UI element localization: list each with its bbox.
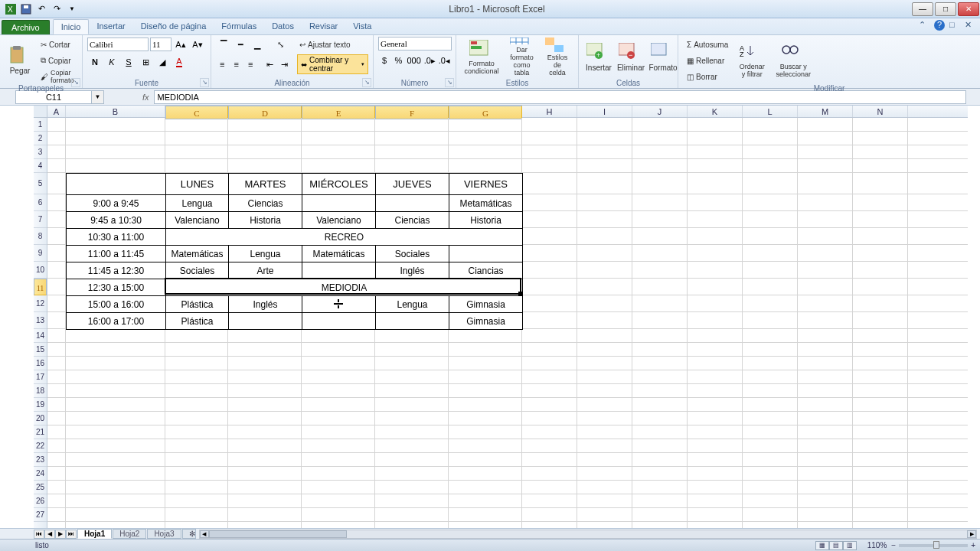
schedule-header[interactable]: MIÉRCOLES xyxy=(302,174,376,195)
font-family-select[interactable] xyxy=(87,37,149,51)
insert-cells-button[interactable]: +Insertar xyxy=(583,37,614,78)
schedule-cell[interactable]: Ciancias xyxy=(449,262,523,279)
merge-center-button[interactable]: ⬌Combinar y centrar▾ xyxy=(297,54,368,74)
column-headers[interactable]: ABCDEFGHIJKLMN xyxy=(47,106,968,118)
row-headers[interactable]: 1234567891011121314151617181920212223242… xyxy=(34,118,47,528)
tab-diseño-de-página[interactable]: Diseño de página xyxy=(133,19,214,34)
row-header-27[interactable]: 27 xyxy=(34,508,47,522)
sheet-nav-next[interactable]: ▶ xyxy=(55,530,66,539)
schedule-cell[interactable]: Sociales xyxy=(376,246,449,262)
format-cells-button[interactable]: Formato xyxy=(648,37,678,78)
name-box-dropdown[interactable]: ▼ xyxy=(92,90,104,104)
comma-button[interactable]: 000 xyxy=(407,53,422,68)
autosum-button[interactable]: ΣAutosuma xyxy=(683,37,732,52)
schedule-cell[interactable] xyxy=(229,313,302,330)
new-sheet-button[interactable]: ✻ xyxy=(182,529,196,539)
tab-insertar[interactable]: Insertar xyxy=(89,19,132,34)
increase-decimal-button[interactable]: .0▸ xyxy=(423,53,436,68)
schedule-cell[interactable]: Matemáticas xyxy=(166,246,229,262)
redo-icon[interactable]: ↷ xyxy=(51,3,63,15)
border-button[interactable]: ⊞ xyxy=(138,54,153,70)
tab-datos[interactable]: Datos xyxy=(264,19,302,34)
font-color-button[interactable]: A xyxy=(172,54,187,70)
row-header-8[interactable]: 8 xyxy=(34,228,47,245)
schedule-cell[interactable]: Historia xyxy=(449,212,523,229)
number-format-select[interactable] xyxy=(378,37,452,51)
file-tab[interactable]: Archivo xyxy=(2,20,50,34)
col-header-A[interactable]: A xyxy=(47,106,66,117)
zoom-in-button[interactable]: + xyxy=(971,541,975,549)
row-header-16[interactable]: 16 xyxy=(34,357,47,370)
schedule-time[interactable]: 12:30 a 15:00 xyxy=(67,279,166,296)
sheet-tab-hoja1[interactable]: Hoja1 xyxy=(77,529,112,539)
row-header-9[interactable]: 9 xyxy=(34,245,47,262)
row-header-1[interactable]: 1 xyxy=(34,118,47,132)
clipboard-launcher[interactable]: ↘ xyxy=(71,78,80,87)
row-header-13[interactable]: 13 xyxy=(34,312,47,329)
number-launcher[interactable]: ↘ xyxy=(445,78,454,87)
row-header-4[interactable]: 4 xyxy=(34,159,47,173)
align-top-button[interactable]: ▔ xyxy=(216,37,231,52)
col-header-N[interactable]: N xyxy=(853,106,908,117)
worksheet-grid[interactable]: ABCDEFGHIJKLMN 1234567891011121314151617… xyxy=(0,106,980,528)
fx-icon[interactable]: fx xyxy=(142,93,149,102)
page-break-view-button[interactable]: ▥ xyxy=(843,541,857,550)
row-header-12[interactable]: 12 xyxy=(34,295,47,312)
schedule-cell[interactable] xyxy=(302,313,376,330)
schedule-merged[interactable]: MEDIODIA xyxy=(166,279,523,296)
schedule-cell[interactable] xyxy=(302,195,376,212)
orientation-button[interactable]: ⤡ xyxy=(273,37,288,52)
zoom-percent[interactable]: 110% xyxy=(867,541,887,549)
schedule-cell[interactable]: Gimnasia xyxy=(449,313,523,330)
underline-button[interactable]: S xyxy=(121,54,136,70)
fill-button[interactable]: ▦Rellenar xyxy=(683,53,732,68)
tab-inicio[interactable]: Inicio xyxy=(53,19,90,34)
row-header-11[interactable]: 11 xyxy=(34,279,47,295)
schedule-time[interactable]: 9:45 a 10:30 xyxy=(67,212,166,229)
schedule-header[interactable]: JUEVES xyxy=(376,174,449,195)
percent-button[interactable]: % xyxy=(392,53,404,68)
row-header-7[interactable]: 7 xyxy=(34,211,47,228)
zoom-thumb[interactable] xyxy=(933,541,939,549)
sheet-tab-hoja3[interactable]: Hoja3 xyxy=(147,529,181,539)
row-header-15[interactable]: 15 xyxy=(34,343,47,357)
alignment-launcher[interactable]: ↘ xyxy=(362,78,371,87)
schedule-cell[interactable] xyxy=(302,262,376,279)
select-all-button[interactable] xyxy=(34,106,47,118)
row-header-25[interactable]: 25 xyxy=(34,481,47,494)
col-header-B[interactable]: B xyxy=(66,106,165,117)
col-header-L[interactable]: L xyxy=(743,106,798,117)
sheet-nav-first[interactable]: ⏮ xyxy=(34,530,44,539)
conditional-format-button[interactable]: Formato condicional xyxy=(461,37,502,78)
qat-dropdown-icon[interactable]: ▼ xyxy=(66,3,78,15)
zoom-out-button[interactable]: − xyxy=(891,541,896,549)
schedule-cell[interactable]: Historia xyxy=(229,212,302,229)
schedule-header[interactable]: MARTES xyxy=(229,174,302,195)
schedule-time[interactable]: 11:45 a 12:30 xyxy=(67,262,166,279)
schedule-cell[interactable] xyxy=(302,296,376,313)
delete-cells-button[interactable]: −Eliminar xyxy=(616,37,646,78)
hscroll-left[interactable]: ◀ xyxy=(200,530,209,538)
schedule-time[interactable]: 16:00 a 17:00 xyxy=(67,313,166,330)
align-center-button[interactable]: ≡ xyxy=(230,57,242,72)
align-left-button[interactable]: ≡ xyxy=(216,57,228,72)
schedule-cell[interactable] xyxy=(376,313,449,330)
horizontal-scrollbar[interactable]: ◀ ▶ xyxy=(199,530,977,539)
paste-button[interactable]: Pegar xyxy=(5,40,35,81)
schedule-cell[interactable]: Lengua xyxy=(376,296,449,313)
schedule-cell[interactable]: Metamáticas xyxy=(449,195,523,212)
row-header-21[interactable]: 21 xyxy=(34,425,47,439)
cells-area[interactable]: LUNESMARTESMIÉRCOLESJUEVESVIERNES9:00 a … xyxy=(47,118,968,528)
minimize-ribbon-icon[interactable]: ⌃ xyxy=(919,20,929,31)
col-header-I[interactable]: I xyxy=(577,106,632,117)
schedule-cell[interactable]: Ciencias xyxy=(376,212,449,229)
row-header-19[interactable]: 19 xyxy=(34,398,47,412)
fill-color-button[interactable]: ◢ xyxy=(155,54,170,70)
row-header-10[interactable]: 10 xyxy=(34,262,47,279)
zoom-slider[interactable] xyxy=(899,544,968,547)
normal-view-button[interactable]: ▦ xyxy=(815,541,829,550)
restore-workbook-icon[interactable]: □ xyxy=(949,20,960,31)
cut-button[interactable]: ✂Cortar xyxy=(37,37,78,52)
col-header-J[interactable]: J xyxy=(632,106,688,117)
row-header-17[interactable]: 17 xyxy=(34,370,47,384)
